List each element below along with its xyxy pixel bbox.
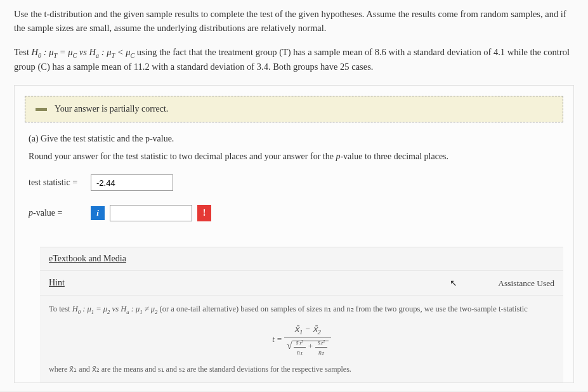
hint-link[interactable]: Hint — [49, 278, 65, 288]
formula: t = x̄1 − x̄2 √s₁²n₁ + s₂²n₂ — [49, 323, 554, 357]
hint-hypothesis: H0 : μ1 = μ2 vs Ha : μ1 ≠ μ2 — [72, 304, 158, 313]
question-container: Use the t-distribution and the given sam… — [0, 0, 588, 391]
pvalue-input[interactable] — [110, 205, 192, 221]
test-stat-input[interactable] — [91, 174, 173, 191]
feedback-banner: Your answer is partially correct. — [25, 96, 563, 122]
feedback-bar-icon — [36, 108, 47, 111]
pvalue-row: p-value = i ! — [29, 205, 559, 221]
content-area: (a) Give the test statistic and the p-va… — [15, 134, 573, 240]
test-stat-label: test statistic = — [29, 178, 86, 188]
intro-paragraph: Use the t-distribution and the given sam… — [14, 8, 574, 36]
hypothesis-paragraph: Test H0 : μT = μC vs Ha : μT < μC using … — [14, 46, 574, 74]
assistance-used: Assistance Used — [498, 278, 554, 288]
info-icon[interactable]: i — [91, 206, 105, 220]
cursor-icon: ↖ — [450, 278, 457, 289]
etextbook-link[interactable]: eTextbook and Media — [40, 247, 563, 271]
test-prefix: Test — [14, 47, 32, 57]
test-stat-row: test statistic = — [29, 174, 559, 191]
hint-text: To test H0 : μ1 = μ2 vs Ha : μ1 ≠ μ2 (or… — [49, 303, 554, 317]
resources-section: eTextbook and Media Hint ↖ Assistance Us… — [40, 247, 563, 382]
hint-right: ↖ Assistance Used — [450, 277, 554, 289]
where-text: where x̄₁ and x̄₂ are the means and s₁ a… — [49, 363, 554, 375]
hypothesis-math: H0 : μT = μC vs Ha : μT < μC — [32, 47, 135, 57]
hint-row: Hint ↖ Assistance Used — [40, 271, 563, 296]
hint-content: To test H0 : μ1 = μ2 vs Ha : μ1 ≠ μ2 (or… — [40, 296, 563, 382]
rounding-instructions: Round your answer for the test statistic… — [29, 152, 559, 162]
part-a-label: (a) Give the test statistic and the p-va… — [29, 134, 559, 144]
pvalue-label: p-value = — [29, 208, 86, 218]
answer-card: Your answer is partially correct. (a) Gi… — [14, 85, 574, 382]
hint-suffix: (or a one-tail alternative) based on sam… — [157, 304, 527, 313]
error-icon: ! — [197, 205, 211, 221]
feedback-text: Your answer is partially correct. — [55, 104, 168, 114]
hint-prefix: To test — [49, 304, 72, 313]
